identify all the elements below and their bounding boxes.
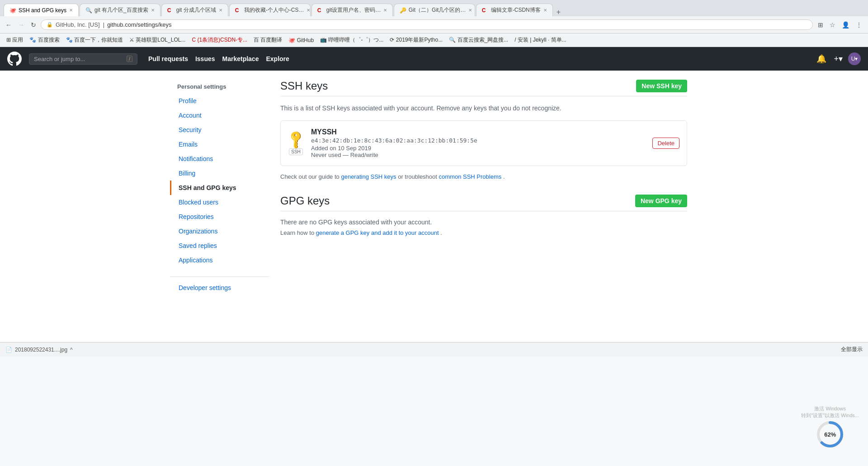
address-bar[interactable]: 🔒 GitHub, Inc. [US] | github.com/setting… [41, 19, 813, 30]
delete-ssh-key-button[interactable]: Delete [652, 138, 679, 149]
bookmark-baidu-search[interactable]: 🐾 百度一下，你就知道 [63, 35, 126, 45]
sidebar: Personal settings Profile Account Securi… [170, 80, 269, 333]
nav-explore[interactable]: Explore [266, 55, 289, 62]
new-tab-button[interactable]: + [554, 8, 563, 16]
nav-pull-requests[interactable]: Pull requests [148, 55, 188, 62]
sidebar-item-saved-replies[interactable]: Saved replies [170, 238, 269, 253]
bookmark-bilibili[interactable]: 📺 哔哩哔哩（゜-゜）つ... [317, 35, 386, 45]
tab-csdn-favorites[interactable]: C 我的收藏-个人中心-CS… ✕ [229, 4, 311, 16]
tab-git-areas[interactable]: 🔑 Git（二）Git几个区的… ✕ [394, 4, 475, 16]
bookmark-python[interactable]: ⟳ 2019年最新Pytho... [387, 35, 445, 45]
tab-close-7[interactable]: ✕ [543, 8, 547, 13]
search-placeholder: Search or jump to... [34, 56, 85, 62]
generate-gpg-key-link[interactable]: generate a GPG key and add it to your ac… [316, 229, 439, 236]
extensions-button[interactable]: ⊞ [816, 20, 826, 29]
bookmark-baidu[interactable]: 🐾 百度搜索 [27, 35, 62, 45]
user-avatar[interactable]: U▾ [848, 52, 861, 65]
generating-ssh-keys-link[interactable]: generating SSH keys [341, 173, 396, 180]
sidebar-dev-section: Developer settings [170, 281, 269, 295]
new-ssh-key-button[interactable]: New SSH key [636, 80, 687, 92]
menu-button[interactable]: ⋮ [854, 20, 864, 29]
bottom-bar: 📄 2018092522431....jpg ^ 全部显示 [0, 342, 868, 357]
show-all-downloads-button[interactable]: 全部显示 [841, 346, 863, 353]
sidebar-item-organizations[interactable]: Organizations [170, 224, 269, 238]
sidebar-item-profile[interactable]: Profile [170, 94, 269, 108]
bookmark-lol[interactable]: ⚔ 英雄联盟LOL_LOL... [127, 35, 188, 45]
bookmark-translate[interactable]: 百 百度翻译 [251, 35, 285, 45]
sidebar-item-account[interactable]: Account [170, 108, 269, 123]
github-header: Search or jump to... / Pull requests Iss… [0, 47, 868, 71]
header-actions: 🔔 +▾ U▾ [815, 52, 861, 66]
tab-close-6[interactable]: ✕ [468, 8, 472, 13]
github-logo[interactable] [7, 52, 22, 66]
tab-baidu-search[interactable]: 🔍 git 有几个区_百度搜索 ✕ [80, 4, 160, 16]
sidebar-item-security[interactable]: Security [170, 123, 269, 137]
gpg-section-header: GPG keys New GPG key [280, 195, 687, 211]
sidebar-item-applications[interactable]: Applications [170, 253, 269, 267]
tab-close-3[interactable]: ✕ [219, 8, 222, 13]
tab-title-2: git 有几个区_百度搜索 [94, 6, 148, 14]
bookmark-apps[interactable]: ⊞ 应用 [4, 35, 26, 45]
key-meta: Added on 10 Sep 2019 Never used — Read/w… [311, 145, 645, 158]
github-nav: Pull requests Issues Marketplace Explore [148, 55, 289, 62]
sidebar-item-billing[interactable]: Billing [170, 166, 269, 181]
tab-ssh-gpg-keys[interactable]: 🐙 SSH and GPG keys ✕ [4, 4, 79, 16]
profile-button[interactable]: 👤 [840, 20, 852, 29]
download-item[interactable]: 📄 2018092522431....jpg ^ [5, 347, 73, 353]
back-button[interactable]: ← [4, 20, 14, 29]
download-filename: 2018092522431....jpg [15, 347, 67, 353]
tab-favicon-2: 🔍 [85, 7, 92, 14]
gpg-keys-section: GPG keys New GPG key There are no GPG ke… [280, 195, 687, 236]
ssh-key-icon-wrap: 🔑 SSH [288, 132, 304, 155]
gpg-footer-text: Learn how to generate a GPG key and add … [280, 229, 687, 236]
ssh-description: This is a list of SSH keys associated wi… [280, 104, 687, 113]
sidebar-personal-section: Personal settings Profile Account Securi… [170, 80, 269, 267]
tab-close-4[interactable]: ✕ [307, 8, 310, 13]
notifications-bell-button[interactable]: 🔔 [815, 52, 828, 66]
new-gpg-key-button[interactable]: New GPG key [635, 195, 687, 207]
ssh-footer-suffix: . [503, 173, 505, 180]
bookmark-baiduyun[interactable]: 🔍 百度云搜索_网盘搜... [446, 35, 511, 45]
key-fingerprint: e4:3e:42:db:1e:8c:43:6a:02:aa:3c:12:bb:0… [311, 137, 645, 144]
ssh-keys-section: SSH keys New SSH key This is a list of S… [280, 80, 687, 180]
new-item-button[interactable]: +▾ [832, 52, 844, 66]
key-name: MYSSH [311, 128, 645, 136]
tab-close-1[interactable]: ✕ [69, 8, 73, 13]
bookmark-jekyll[interactable]: / 安装 | Jekyll · 简单... [512, 35, 569, 45]
sidebar-item-blocked-users[interactable]: Blocked users [170, 195, 269, 209]
tab-git-credentials[interactable]: C git设置用户名、密码… ✕ [311, 4, 393, 16]
tab-git-regions[interactable]: C git 分成几个区域 ✕ [161, 4, 228, 16]
sidebar-item-ssh-gpg[interactable]: SSH and GPG keys [170, 181, 269, 195]
sidebar-item-emails[interactable]: Emails [170, 137, 269, 152]
main-content: SSH keys New SSH key This is a list of S… [269, 80, 698, 333]
sidebar-item-repositories[interactable]: Repositories [170, 209, 269, 224]
tab-close-2[interactable]: ✕ [151, 8, 155, 13]
tab-close-5[interactable]: ✕ [383, 8, 387, 13]
gpg-learn-suffix: . [440, 229, 442, 236]
address-protocol: GitHub, Inc. [US] | [56, 21, 104, 28]
forward-button[interactable]: → [16, 20, 26, 29]
gpg-learn-prefix: Learn how to [280, 229, 314, 236]
bookmark-github[interactable]: 🐙 GitHub [286, 36, 316, 44]
bookmark-star-button[interactable]: ☆ [827, 20, 838, 29]
search-box[interactable]: Search or jump to... / [29, 53, 137, 65]
refresh-button[interactable]: ↻ [29, 20, 38, 29]
main-container: Personal settings Profile Account Securi… [163, 71, 705, 342]
common-ssh-problems-link[interactable]: common SSH Problems [439, 173, 502, 180]
tab-csdn-editor[interactable]: C 编辑文章-CSDN博客 ✕ [476, 4, 553, 16]
tab-favicon-3: C [167, 7, 174, 14]
sidebar-item-notifications[interactable]: Notifications [170, 152, 269, 166]
ssh-section-header: SSH keys New SSH key [280, 80, 687, 96]
nav-actions: ⊞ ☆ 👤 ⋮ [816, 20, 864, 29]
nav-issues[interactable]: Issues [195, 55, 215, 62]
bookmark-csdn[interactable]: C (1条消息)CSDN-专... [189, 35, 250, 45]
tab-title-5: git设置用户名、密码… [326, 6, 381, 14]
ssh-footer-mid: or troubleshoot [398, 173, 437, 180]
sidebar-item-developer-settings[interactable]: Developer settings [170, 281, 269, 295]
bookmarks-bar: ⊞ 应用 🐾 百度搜索 🐾 百度一下，你就知道 ⚔ 英雄联盟LOL_LOL...… [0, 33, 868, 47]
ssh-section-title: SSH keys [280, 80, 328, 92]
key-usage: Never used — Read/write [311, 152, 378, 158]
download-chevron[interactable]: ^ [70, 347, 73, 353]
tab-title-3: git 分成几个区域 [176, 6, 216, 14]
nav-marketplace[interactable]: Marketplace [222, 55, 259, 62]
